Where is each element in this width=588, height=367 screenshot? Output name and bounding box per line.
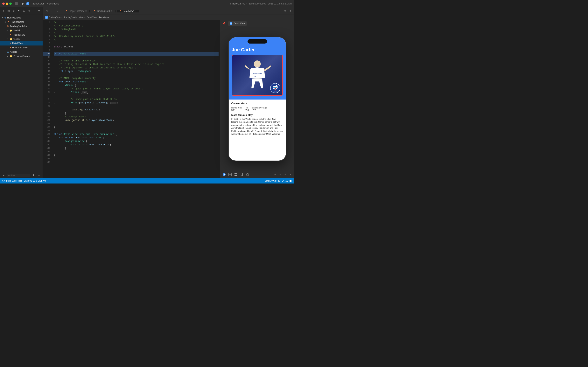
status-build-info: Build Succeeded | 2023-01-16 at 9:51 AM <box>6 180 46 182</box>
sidebar-icon-btn-5[interactable]: ◈ <box>22 9 26 13</box>
close-button[interactable] <box>2 2 5 5</box>
player-name: Joe Carter <box>232 47 283 52</box>
sidebar-bottom: + ⊕ Filter ℹ ⚠ <box>0 173 42 178</box>
sidebar-label-root: TradingCards <box>7 16 21 19</box>
sidebar-warn-btn[interactable]: ⚠ <box>37 173 41 178</box>
stats-row: Home runs 396 RBI 396 Battin <box>231 107 283 112</box>
preview-device-btn[interactable] <box>239 172 244 177</box>
sidebar-item-trading-cards-root[interactable]: ▼ ◈ TradingCards <box>0 16 42 20</box>
sidebar-item-player-list-view[interactable]: ⚑ PlayerListView <box>0 45 42 50</box>
svg-point-6 <box>275 85 277 87</box>
breadcrumb-sep-1: › <box>62 16 63 18</box>
tab-icon-tc: ⚑ <box>93 10 96 12</box>
inspect-icon <box>228 173 232 176</box>
status-error-icon <box>2 180 5 182</box>
sidebar-item-detail-view[interactable]: ⚑ DetailView <box>0 41 42 45</box>
run-button[interactable]: ▶ <box>21 2 25 6</box>
sidebar-label-app: TradingCardsApp <box>10 25 28 28</box>
tab-detail-view[interactable]: ⚑ DetailView ✕ <box>117 10 139 12</box>
sidebar: ≡ ◫ ⚙ ⚑ ◈ ⬡ ☐ ⚲ ▼ ◈ TradingCards <box>0 7 43 178</box>
svg-text:29: 29 <box>254 75 256 77</box>
sidebar-icon-btn-2[interactable]: ◫ <box>7 9 10 13</box>
tab-icon-plv: ⚑ <box>66 10 68 12</box>
device-icon <box>240 173 243 176</box>
stat-rbi: RBI 396 <box>245 107 249 112</box>
preview-settings-btn[interactable] <box>245 172 250 177</box>
settings-icon <box>246 173 249 176</box>
preview-label-icon: ◈ <box>230 22 232 25</box>
breadcrumb-sep-2: › <box>77 16 78 18</box>
svg-rect-14 <box>229 173 231 176</box>
card-bottom: Career stats Home runs 396 RBI <box>229 100 286 138</box>
sidebar-icon-btn-1[interactable]: ≡ <box>1 9 5 13</box>
chevron-down-icon: ▼ <box>1 17 3 19</box>
tab-icon-dv: ⚑ <box>119 10 122 12</box>
svg-point-8 <box>277 86 277 86</box>
title-right: Build Succeeded | 2023-01-16 at 9:51 AM <box>249 2 292 5</box>
breadcrumb-group: TradingCards <box>64 16 77 18</box>
preview-grid-btn[interactable] <box>234 172 238 177</box>
batting-avg-value: .259 <box>252 109 267 112</box>
sidebar-item-trading-cards-group[interactable]: ▼ ⚑ TradingCards <box>0 20 42 24</box>
sidebar-item-preview-content[interactable]: ▶ 📁 Preview Content <box>0 54 42 58</box>
split-editor-btn[interactable]: ⊞ <box>283 9 287 13</box>
zoom-out-btn[interactable]: − <box>278 172 282 177</box>
sidebar-item-trading-card[interactable]: ⚑ TradingCard <box>0 33 42 37</box>
project-folder-icon: ◈ <box>4 16 6 19</box>
sidebar-icon-btn-7[interactable]: ☐ <box>32 9 36 13</box>
maximize-button[interactable] <box>9 2 12 5</box>
layout-toggle-btn[interactable]: ⊡ <box>44 9 49 13</box>
sidebar-item-views[interactable]: ▼ 📁 Views <box>0 37 42 41</box>
sidebar-icon-btn-4[interactable]: ⚑ <box>17 9 21 13</box>
pin-preview-btn[interactable]: 📌 <box>222 21 226 26</box>
breadcrumb-sep-3: › <box>85 16 86 18</box>
zoom-fit-btn[interactable]: ⊠ <box>273 172 277 177</box>
sidebar-item-assets[interactable]: ☰ Assets <box>0 50 42 54</box>
nav-separator <box>61 9 61 13</box>
editor-layout-btn[interactable]: ≡ <box>288 9 293 13</box>
tab-close-dv[interactable]: ✕ <box>135 10 136 12</box>
build-status-text: Build Succeeded | 2023-01-16 at 9:51 AM <box>249 2 292 5</box>
tab-close-tc[interactable]: ✕ <box>111 10 113 12</box>
sidebar-icon-btn-3[interactable]: ⚙ <box>12 9 16 13</box>
chevron-icon: › <box>246 2 247 5</box>
project-subtitle: class-demo <box>47 2 59 5</box>
svg-point-21 <box>242 175 242 176</box>
code-editor[interactable]: 12345 6789 10 1112131415 1617181920 21 6… <box>43 20 220 178</box>
minimize-button[interactable] <box>6 2 8 5</box>
svg-rect-16 <box>235 173 236 174</box>
preview-toolbar: 📌 ◈ Detail View <box>220 20 294 27</box>
sidebar-item-model[interactable]: ▼ 📁 Model <box>0 28 42 33</box>
title-chevron-icon: › <box>45 2 46 5</box>
nav-forward-btn[interactable]: › <box>55 9 59 13</box>
svg-rect-18 <box>235 175 236 176</box>
chevron-down-icon-3: ▼ <box>7 30 9 32</box>
preview-inspect-btn[interactable] <box>228 172 232 177</box>
sidebar-label-detail-view: DetailView <box>12 42 23 45</box>
svg-text:BLUE JAYS: BLUE JAYS <box>253 73 262 75</box>
tab-close-plv[interactable]: ✕ <box>85 10 87 12</box>
play-icon <box>223 173 226 176</box>
add-file-btn[interactable]: + <box>1 173 6 178</box>
project-title: TradingCards <box>30 2 44 5</box>
sidebar-label-player-list: PlayerListView <box>12 46 27 49</box>
nav-back-btn[interactable]: ‹ <box>50 9 54 13</box>
filter-icon: ⊕ <box>8 174 10 176</box>
zoom-in-btn[interactable]: + <box>283 172 287 177</box>
sidebar-toggle-btn[interactable]: ⊡ <box>15 2 18 5</box>
sidebar-icon-btn-6[interactable]: ⬡ <box>27 9 31 13</box>
sidebar-toolbar: ≡ ◫ ⚙ ⚑ ◈ ⬡ ☐ ⚲ <box>0 7 42 15</box>
tab-trading-card[interactable]: ⚑ TradingCard ✕ <box>91 10 115 12</box>
tab-player-list-view[interactable]: ⚑ PlayerListView ✕ <box>63 10 90 12</box>
chevron-down-icon-4: ▼ <box>7 38 9 40</box>
tab-label-trading-card: TradingCard <box>97 10 110 12</box>
line-numbers: 12345 6789 10 1112131415 1617181920 21 6… <box>43 20 52 178</box>
zoom-100-btn[interactable]: ⊡ <box>288 172 293 177</box>
card-top: Joe Carter <box>229 37 286 100</box>
preview-play-btn[interactable] <box>222 172 227 177</box>
sidebar-info-btn[interactable]: ℹ <box>31 173 36 178</box>
sidebar-tree: ▼ ◈ TradingCards ▼ ⚑ TradingCards ⚑ Trad… <box>0 15 42 173</box>
sidebar-item-app[interactable]: ⚑ TradingCardsApp <box>0 24 42 28</box>
sidebar-icon-btn-8[interactable]: ⚲ <box>37 9 41 13</box>
swift-app-icon: ⚑ <box>7 25 9 28</box>
